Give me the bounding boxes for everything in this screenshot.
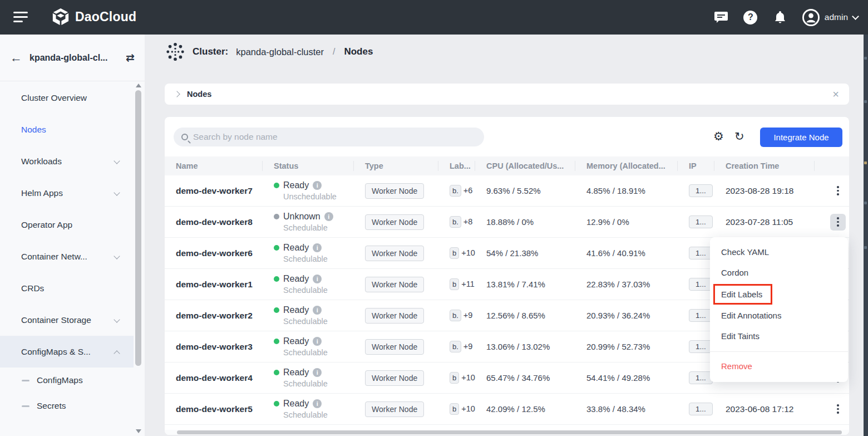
bell-icon[interactable]: [773, 10, 787, 25]
row-actions-kebab[interactable]: [830, 401, 846, 418]
label-badge[interactable]: b.: [450, 341, 461, 352]
status-dot: [274, 307, 279, 313]
cpu-value: 13.06% / 13.02%: [475, 342, 575, 351]
label-more-count[interactable]: +9: [463, 342, 473, 351]
info-icon[interactable]: i: [313, 337, 322, 346]
row-actions-kebab[interactable]: [830, 183, 846, 199]
label-badge[interactable]: b: [450, 278, 459, 290]
label-more-count[interactable]: +6: [463, 186, 473, 195]
scroll-up-icon[interactable]: [136, 84, 141, 87]
label-more-count[interactable]: +10: [461, 404, 475, 413]
schedulable-text: Schedulable: [283, 379, 354, 388]
info-icon[interactable]: i: [313, 306, 322, 315]
switch-cluster-icon[interactable]: ⇄: [126, 51, 135, 64]
sidebar-item-container-storage[interactable]: Container Storage: [0, 304, 134, 336]
label-badge[interactable]: b.: [450, 310, 461, 321]
sidebar-subitem-configmaps[interactable]: ConfigMaps: [0, 368, 134, 393]
search-box[interactable]: [174, 128, 484, 146]
node-name[interactable]: demo-dev-worker5: [165, 404, 263, 414]
menu-item-edit-annotations[interactable]: Edit Annotations: [710, 305, 848, 326]
ip-badge[interactable]: 1...: [689, 340, 713, 353]
refresh-icon[interactable]: ↻: [734, 130, 744, 142]
gear-icon[interactable]: ⚙: [713, 130, 724, 142]
chevron-right-icon[interactable]: [174, 91, 180, 97]
node-name[interactable]: demo-dev-worker1: [165, 280, 263, 290]
info-icon[interactable]: i: [313, 275, 322, 283]
info-icon[interactable]: i: [313, 368, 322, 377]
table-row: demo-dev-worker7 Readyi Unschedulable Wo…: [165, 175, 849, 207]
menu-item-edit-labels[interactable]: Edit Labels: [710, 283, 848, 305]
info-icon[interactable]: i: [313, 399, 322, 408]
user-menu[interactable]: admin: [802, 9, 858, 26]
label-badge[interactable]: b: [450, 403, 459, 415]
info-icon[interactable]: i: [313, 243, 322, 252]
cpu-value: 42.09% / 12.5%: [475, 404, 575, 414]
sidebar-item-cluster-overview[interactable]: Cluster Overview: [0, 82, 134, 114]
ip-badge[interactable]: 1...: [689, 371, 713, 384]
status-text: Ready: [283, 305, 309, 315]
sidebar-item-container-network[interactable]: Container Netw...: [0, 241, 134, 272]
ip-badge[interactable]: 1...: [689, 184, 713, 197]
chevron-down-icon: [114, 253, 120, 259]
ip-badge[interactable]: 1...: [689, 215, 713, 228]
schedulable-text: Schedulable: [283, 254, 354, 263]
label-more-count[interactable]: +10: [461, 373, 475, 382]
scroll-down-icon[interactable]: [136, 429, 141, 433]
label-badge[interactable]: b: [450, 372, 459, 384]
menu-item-edit-taints[interactable]: Edit Taints: [710, 326, 848, 346]
label-more-count[interactable]: +10: [461, 248, 475, 257]
node-name[interactable]: demo-dev-worker2: [165, 311, 263, 321]
node-status: Readyi Schedulable: [263, 336, 354, 357]
node-name[interactable]: demo-dev-worker7: [165, 186, 263, 196]
ip-badge[interactable]: 1...: [689, 403, 713, 415]
ip-badge[interactable]: 1...: [689, 278, 713, 291]
scrollbar-thumb[interactable]: [135, 90, 141, 366]
sidebar-item-helm-apps[interactable]: Helm Apps: [0, 177, 134, 209]
sidebar-scrollbar[interactable]: [135, 84, 142, 433]
menu-item-cordon[interactable]: Cordon: [710, 262, 848, 283]
search-input[interactable]: [193, 132, 460, 142]
menu-icon[interactable]: [13, 12, 28, 23]
help-icon[interactable]: ?: [743, 10, 758, 25]
sidebar-item-operator-app[interactable]: Operator App: [0, 209, 134, 241]
close-icon[interactable]: ×: [832, 89, 839, 100]
sidebar-item-crds[interactable]: CRDs: [0, 272, 134, 304]
node-name[interactable]: demo-dev-worker8: [165, 217, 263, 227]
menu-item-remove[interactable]: Remove: [710, 356, 848, 376]
ip-badge[interactable]: 1...: [689, 309, 713, 322]
scrollbar-thumb[interactable]: [177, 430, 842, 434]
integrate-node-button[interactable]: Integrate Node: [760, 128, 842, 147]
horizontal-scrollbar[interactable]: [165, 430, 849, 435]
node-type-badge: Worker Node: [365, 246, 424, 261]
ip-badge[interactable]: 1...: [689, 247, 713, 259]
info-icon[interactable]: i: [313, 181, 322, 190]
page-scrollbar[interactable]: [864, 35, 868, 436]
brand[interactable]: DaoCloud: [51, 7, 136, 26]
cpu-value: 12.56% / 8.65%: [475, 311, 575, 320]
sidebar-item-nodes[interactable]: Nodes: [0, 114, 134, 145]
sidebar-item-workloads[interactable]: Workloads: [0, 145, 134, 177]
dash-icon: [22, 380, 29, 381]
label-more-count[interactable]: +11: [461, 280, 475, 288]
status-text: Unknown: [283, 212, 320, 222]
label-badge[interactable]: b.: [450, 216, 461, 228]
sidebar-cluster-name[interactable]: kpanda-global-cl...: [29, 53, 119, 63]
cluster-name[interactable]: kpanda-global-cluster: [236, 47, 324, 57]
menu-item-check-yaml[interactable]: Check YAML: [710, 242, 848, 262]
column-creation-time: Creation Time: [714, 161, 815, 171]
node-name[interactable]: demo-dev-worker4: [165, 373, 263, 383]
chat-icon[interactable]: [714, 10, 728, 25]
node-name[interactable]: demo-dev-worker6: [165, 248, 263, 258]
sidebar-item-configmaps-secrets[interactable]: ConfigMaps & S...: [0, 336, 134, 368]
info-icon[interactable]: i: [324, 212, 333, 221]
back-arrow-icon[interactable]: ←: [10, 52, 22, 64]
cpu-value: 18.88% / 0%: [475, 217, 575, 227]
label-badge[interactable]: b.: [450, 185, 461, 197]
sidebar-subitem-secrets[interactable]: Secrets: [0, 393, 134, 419]
node-name[interactable]: demo-dev-worker3: [165, 342, 263, 352]
label-more-count[interactable]: +8: [463, 217, 473, 226]
label-badge[interactable]: b: [450, 247, 459, 259]
label-more-count[interactable]: +9: [463, 311, 473, 320]
row-actions-kebab[interactable]: [830, 214, 846, 231]
node-type-badge: Worker Node: [365, 370, 424, 386]
